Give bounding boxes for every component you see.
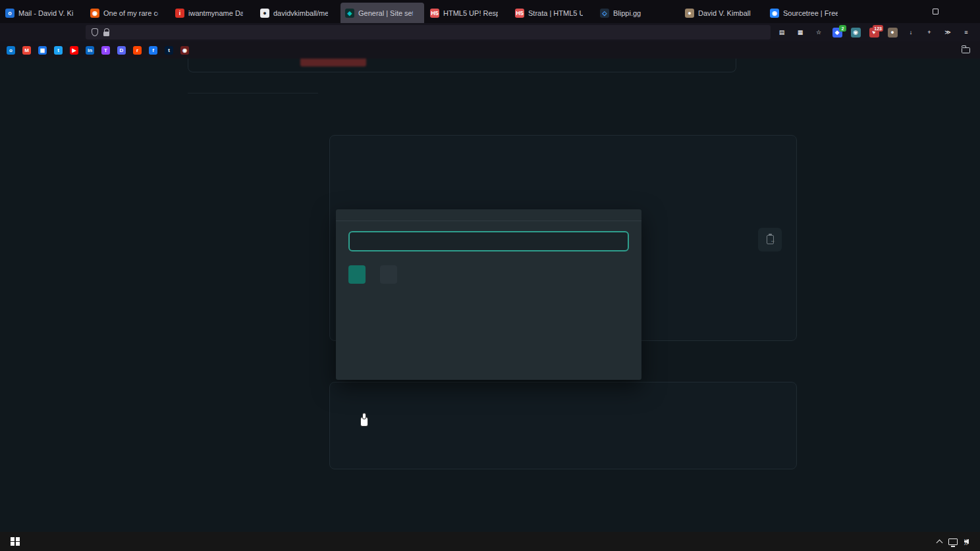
downloads-icon[interactable]: ↓	[902, 25, 919, 39]
url-bar[interactable]	[86, 25, 771, 39]
bookmarks-bar: oM▦t▶inTDrft◉	[0, 41, 980, 59]
site-name-input[interactable]	[348, 231, 629, 251]
bookmark-star-icon[interactable]: ☆	[810, 25, 827, 39]
extensions-icon[interactable]: +	[921, 25, 938, 39]
tab-title: General | Site settings	[358, 9, 413, 17]
tab-favicon: ●	[685, 9, 694, 18]
window-minimize-button[interactable]	[891, 0, 921, 23]
copy-button[interactable]	[758, 228, 782, 251]
tab-favicon: H5	[515, 9, 524, 18]
tab-favicon: ◆	[345, 9, 354, 18]
addons-card	[329, 382, 797, 469]
tracking-shield-icon[interactable]	[92, 28, 98, 36]
network-icon[interactable]	[948, 538, 958, 545]
tray-chevron-icon[interactable]	[937, 539, 943, 546]
tab-mail[interactable]: o Mail - David V. Kimba	[1, 3, 84, 23]
bookmark-gmail[interactable]: M	[22, 46, 31, 55]
reader-view-icon[interactable]: ▤	[773, 25, 790, 39]
volume-icon[interactable]: ))	[964, 538, 968, 545]
tab-title: One of my rare collec	[103, 9, 158, 17]
windows-logo-icon	[11, 537, 19, 546]
icon-badge: 123	[873, 25, 883, 32]
tab-favicon: ◉	[770, 9, 779, 18]
tab-title: Sourcetree | Free Git	[783, 9, 838, 17]
bookmark-app-blue[interactable]: ▦	[38, 46, 47, 55]
password-manager-icon[interactable]: ♥ 123	[865, 25, 883, 39]
nav-icon-glyph: ▤	[777, 28, 787, 38]
tab-github-melee[interactable]: ● davidvkimball/melee	[256, 3, 339, 23]
tab-favicon: o	[5, 9, 14, 18]
cancel-button[interactable]	[380, 265, 397, 284]
nav-icon-glyph: ≡	[962, 28, 971, 38]
bookmark-reddit[interactable]: r	[133, 46, 142, 55]
save-button[interactable]	[348, 265, 366, 284]
mouse-cursor	[361, 417, 368, 426]
tab-favicon: H5	[430, 9, 439, 18]
profile-avatar[interactable]: ●	[884, 25, 901, 39]
tab-title: David V. Kimball - Di	[698, 9, 753, 17]
back-icon[interactable]	[5, 25, 22, 39]
reload-icon[interactable]	[44, 25, 61, 39]
bookmark-wheel[interactable]: ◉	[180, 46, 189, 55]
icon-badge: 2	[839, 25, 846, 32]
bookmark-tumblr[interactable]: t	[165, 46, 173, 55]
mask-extension-icon[interactable]: ◉	[847, 25, 864, 39]
forward-icon[interactable]	[25, 25, 42, 39]
clipboard-icon	[767, 235, 774, 244]
tab-iwantmyname[interactable]: i iwantmyname Dashb	[171, 3, 254, 23]
tab-title: HTML5 UP! Respons	[443, 9, 498, 17]
new-tab-button[interactable]	[850, 0, 869, 23]
nav-icon-glyph: ↓	[906, 28, 916, 38]
bookmark-linkedin[interactable]: in	[86, 46, 94, 55]
nav-icon-glyph: ◉	[851, 28, 861, 38]
bookmark-toggl[interactable]	[209, 46, 221, 55]
tab-david-kimball[interactable]: ● David V. Kimball - Di	[680, 3, 764, 23]
tab-title: Strata | HTML5 UP	[528, 9, 583, 17]
tab-title: iwantmyname Dashb	[188, 9, 243, 17]
bookmark-facebook[interactable]: f	[149, 46, 157, 55]
bookmark-twitch[interactable]: T	[101, 46, 110, 55]
overflow-icon[interactable]: ≫	[939, 25, 956, 39]
browser-tab-bar: o Mail - David V. Kimba ◉ One of my rare…	[0, 0, 980, 23]
bookmark-outlook[interactable]: o	[7, 46, 15, 55]
tab-strata[interactable]: H5 Strata | HTML5 UP	[510, 3, 594, 23]
windows-taskbar: ))	[0, 532, 980, 551]
home-icon[interactable]	[64, 25, 81, 39]
nav-icon-glyph: ☆	[814, 28, 824, 38]
tab-title: Blippi.gg	[613, 9, 668, 17]
menu-icon[interactable]: ≡	[958, 25, 975, 39]
tab-blippi[interactable]: ◇ Blippi.gg	[595, 3, 679, 23]
window-close-button[interactable]	[950, 0, 980, 23]
lock-icon[interactable]	[103, 32, 109, 36]
browser-nav-bar: ▤ ▦ ☆ ◆ 2 ◉ ♥ 123 ● ↓	[0, 23, 980, 41]
app-grid-icon[interactable]: ▦	[792, 25, 809, 39]
bookmark-twitter[interactable]: t	[54, 46, 63, 55]
start-button[interactable]	[4, 532, 26, 551]
scrolled-card-remnant	[188, 59, 736, 72]
bookmark-youtube[interactable]: ▶	[70, 46, 78, 55]
page-content	[0, 59, 980, 532]
tab-netlify-settings[interactable]: ◆ General | Site settings	[340, 3, 424, 23]
restore-icon	[933, 9, 939, 14]
tab-title: Mail - David V. Kimba	[18, 9, 73, 17]
settings-sidenav	[188, 93, 318, 93]
tab-favicon: i	[175, 9, 184, 18]
folder-icon	[962, 47, 970, 53]
bookmark-discord[interactable]: D	[117, 46, 126, 55]
window-restore-button[interactable]	[921, 0, 950, 23]
tab-title: davidvkimball/melee	[273, 9, 328, 17]
nav-icon-glyph: ≫	[943, 28, 953, 38]
nav-icon-glyph: +	[925, 28, 935, 38]
tab-favicon: ◉	[90, 9, 99, 18]
nav-icon-glyph: ●	[888, 28, 898, 38]
other-bookmarks[interactable]	[962, 47, 973, 53]
tab-rare-collection[interactable]: ◉ One of my rare collec	[86, 3, 169, 23]
adblock-icon[interactable]: ◆ 2	[829, 25, 846, 39]
tab-html5up[interactable]: H5 HTML5 UP! Respons	[425, 3, 509, 23]
toggl-icon	[209, 46, 217, 55]
nav-icon-glyph: ▦	[796, 28, 805, 38]
tab-sourcetree[interactable]: ◉ Sourcetree | Free Git	[765, 3, 849, 23]
scrolled-red-button-remnant	[300, 59, 366, 66]
modal-divider	[336, 221, 641, 221]
tab-favicon: ◇	[600, 9, 609, 18]
